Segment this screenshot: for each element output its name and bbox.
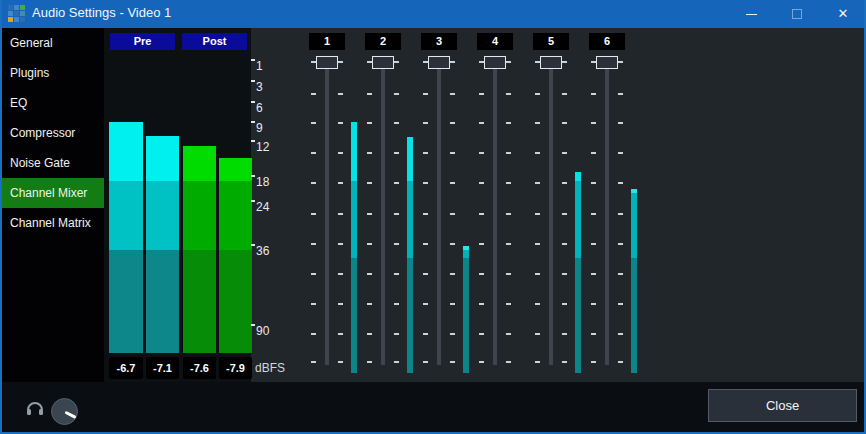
- channel-6-tick: [591, 303, 596, 305]
- scale-label-12: 12: [256, 140, 269, 154]
- maximize-icon: [792, 9, 802, 19]
- channel-5-fader-track[interactable]: [549, 63, 553, 365]
- channel-3-tick: [423, 333, 428, 335]
- channel-5-meter-segment: [575, 181, 581, 258]
- post-left-meter-segment: [183, 181, 216, 250]
- channel-2-tick: [394, 93, 399, 95]
- scale-tick: [251, 121, 255, 123]
- channel-1-tick: [311, 152, 316, 154]
- channel-3-tick: [423, 122, 428, 124]
- channel-1-tick: [338, 93, 343, 95]
- channel-4-fader-handle[interactable]: [484, 56, 506, 69]
- channel-4-tick: [479, 152, 484, 154]
- sidebar-item-plugins[interactable]: Plugins: [0, 58, 104, 88]
- channel-1-tick: [338, 333, 343, 335]
- channel-5-tick: [535, 303, 540, 305]
- monitor-volume-knob[interactable]: [51, 398, 78, 425]
- post-meter-button[interactable]: Post: [182, 33, 247, 50]
- channel-1-fader-handle[interactable]: [316, 56, 338, 69]
- channel-1-tick: [338, 152, 343, 154]
- channel-6-tick: [618, 93, 623, 95]
- sidebar-item-channel-matrix[interactable]: Channel Matrix: [0, 208, 104, 238]
- channel-5-button[interactable]: 5: [533, 33, 569, 50]
- channel-6-fader-track[interactable]: [605, 63, 609, 365]
- channel-1-meter-segment: [351, 181, 357, 258]
- channel-5-tick: [562, 122, 567, 124]
- scale-tick: [251, 244, 255, 246]
- minimize-button[interactable]: [728, 0, 774, 28]
- channel-1-tick: [311, 213, 316, 215]
- headphones-icon[interactable]: [26, 400, 44, 417]
- channel-3-tick: [450, 182, 455, 184]
- channel-2-tick: [367, 182, 372, 184]
- channel-3-tick: [450, 333, 455, 335]
- channel-4-tick: [506, 361, 511, 363]
- channel-6-tick: [591, 152, 596, 154]
- channel-4-tick: [506, 213, 511, 215]
- channel-6-meter-segment: [631, 193, 637, 258]
- channel-4-tick: [506, 333, 511, 335]
- post-left-meter: [183, 146, 216, 353]
- sidebar-item-eq[interactable]: EQ: [0, 88, 104, 118]
- channel-5-tick: [535, 333, 540, 335]
- channel-6-tick: [618, 303, 623, 305]
- scale-label-18: 18: [256, 175, 269, 189]
- channel-1-button[interactable]: 1: [309, 33, 345, 50]
- channel-5-tick: [562, 182, 567, 184]
- channel-3-fader-track[interactable]: [437, 63, 441, 365]
- channel-5-fader-handle[interactable]: [540, 56, 562, 69]
- channel-4-tick: [479, 213, 484, 215]
- channel-3-tick: [423, 361, 428, 363]
- maximize-button[interactable]: [774, 0, 820, 28]
- channel-6-button[interactable]: 6: [589, 33, 625, 50]
- sidebar-item-channel-mixer[interactable]: Channel Mixer: [0, 178, 104, 208]
- channel-2-tick: [394, 361, 399, 363]
- post-right-meter-segment: [219, 250, 252, 353]
- channel-1-tick: [338, 361, 343, 363]
- channel-2-fader-handle[interactable]: [372, 56, 394, 69]
- channel-4-tick: [506, 122, 511, 124]
- settings-nav-sidebar: GeneralPluginsEQCompressorNoise GateChan…: [0, 28, 104, 382]
- channel-6-tick: [591, 333, 596, 335]
- channel-4-tick: [479, 93, 484, 95]
- close-icon: ✕: [838, 0, 849, 28]
- channel-2-button[interactable]: 2: [365, 33, 401, 50]
- pre-right-readout: -7.1: [146, 357, 179, 379]
- channel-4-tick: [506, 61, 511, 63]
- channel-4-fader-track[interactable]: [493, 63, 497, 365]
- channel-6-fader-handle[interactable]: [596, 56, 618, 69]
- channel-5-tick: [535, 273, 540, 275]
- channel-5-meter-segment: [575, 258, 581, 373]
- channel-2-tick: [394, 61, 399, 63]
- channel-2-fader-track[interactable]: [381, 63, 385, 365]
- channel-5-tick: [535, 152, 540, 154]
- titlebar[interactable]: Audio Settings - Video 1 ✕: [0, 0, 866, 28]
- channel-3-meter-segment: [463, 258, 469, 373]
- channel-5-meter-segment: [575, 172, 581, 181]
- close-button[interactable]: Close: [708, 389, 857, 422]
- channel-1-tick: [311, 361, 316, 363]
- channel-2-tick: [367, 213, 372, 215]
- close-window-button[interactable]: ✕: [820, 0, 866, 28]
- channel-5-tick: [562, 93, 567, 95]
- channel-3-tick: [423, 303, 428, 305]
- channel-2-tick: [394, 273, 399, 275]
- minimize-icon: [746, 14, 757, 15]
- sidebar-item-compressor[interactable]: Compressor: [0, 118, 104, 148]
- channel-5-tick: [562, 61, 567, 63]
- channel-2-meter-segment: [407, 181, 413, 258]
- sidebar-item-noise-gate[interactable]: Noise Gate: [0, 148, 104, 178]
- channel-4-button[interactable]: 4: [477, 33, 513, 50]
- channel-3-tick: [450, 93, 455, 95]
- channel-3-button[interactable]: 3: [421, 33, 457, 50]
- channel-4-tick: [479, 122, 484, 124]
- channel-3-fader-handle[interactable]: [428, 56, 450, 69]
- audio-settings-window: Audio Settings - Video 1 ✕ GeneralPlugin…: [0, 0, 866, 434]
- sidebar-item-general[interactable]: General: [0, 28, 104, 58]
- channel-4-tick: [479, 243, 484, 245]
- channel-1-fader-track[interactable]: [325, 63, 329, 365]
- pre-meter-button[interactable]: Pre: [110, 33, 175, 50]
- channel-5-tick: [535, 122, 540, 124]
- scale-tick: [251, 59, 255, 61]
- channel-4-tick: [506, 303, 511, 305]
